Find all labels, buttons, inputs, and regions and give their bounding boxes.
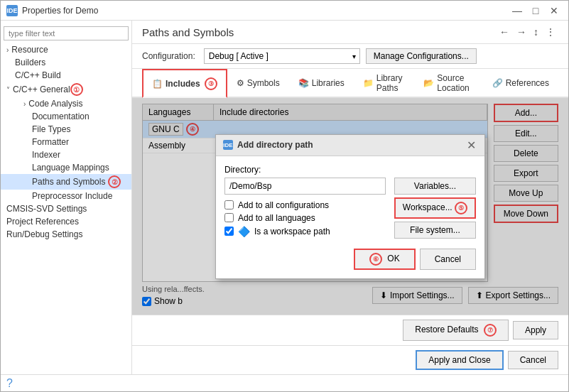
minimize-button[interactable]: — bbox=[509, 4, 526, 17]
workspace-btn-label: Workspace... bbox=[403, 202, 453, 212]
sidebar-item-label: CMSIS-SVD Settings bbox=[6, 204, 87, 214]
sidebar-item-language-mappings[interactable]: Language Mappings bbox=[1, 161, 131, 174]
tab-libraries[interactable]: 📚 Libraries bbox=[289, 69, 354, 97]
tab-symbols-icon: ⚙ bbox=[237, 78, 244, 88]
sidebar-item-label: Documentation bbox=[32, 111, 90, 121]
arrow-icon: › bbox=[6, 46, 9, 54]
sidebar-item-run-debug[interactable]: Run/Debug Settings bbox=[1, 228, 131, 241]
sidebar-item-label: Formatter bbox=[32, 137, 69, 147]
tab-references-icon: 🔗 bbox=[492, 78, 503, 88]
window-title: Properties for Demo bbox=[22, 6, 98, 16]
content-area: Languages Include directories GNU C ④ As… bbox=[132, 98, 568, 315]
sidebar-item-paths-and-symbols[interactable]: Paths and Symbols ② bbox=[1, 174, 131, 190]
filter-input[interactable] bbox=[4, 26, 129, 40]
sidebar-item-cpp-build[interactable]: C/C++ Build bbox=[1, 69, 131, 82]
bottom-cancel-button[interactable]: Cancel bbox=[508, 351, 558, 369]
cancel-button[interactable]: Cancel bbox=[420, 249, 476, 270]
dialog-app-icon: IDE bbox=[223, 140, 233, 150]
badge-paths-symbols: ② bbox=[108, 175, 121, 188]
is-workspace-label: Is a workspace path bbox=[254, 227, 330, 236]
sidebar-item-label: Paths and Symbols bbox=[32, 177, 105, 187]
sidebar-item-label: Project References bbox=[6, 217, 79, 227]
tab-includes[interactable]: 📋 Includes ③ bbox=[142, 69, 227, 98]
sidebar-item-preprocessor[interactable]: Preprocessor Include bbox=[1, 190, 131, 202]
config-row: Configuration: Debug [ Active ] Manage C… bbox=[132, 44, 568, 69]
status-bar: ? bbox=[1, 374, 568, 391]
title-bar: IDE Properties for Demo — □ ✕ bbox=[1, 1, 568, 21]
add-directory-dialog: IDE Add directory path ✕ Directory: bbox=[215, 134, 485, 279]
nav-menu-button[interactable]: ⋮ bbox=[543, 25, 558, 39]
sidebar-item-code-analysis[interactable]: › Code Analysis bbox=[1, 97, 131, 110]
dialog-middle: Add to all configurations Add to all lan… bbox=[224, 178, 476, 243]
maximize-button[interactable]: □ bbox=[527, 4, 544, 17]
badge-restore: ⑦ bbox=[484, 324, 497, 337]
add-all-configs-checkbox[interactable] bbox=[224, 200, 234, 209]
dialog-overlay: IDE Add directory path ✕ Directory: bbox=[132, 98, 568, 315]
sidebar-item-label: Resource bbox=[11, 45, 48, 55]
title-bar-left: IDE Properties for Demo bbox=[6, 5, 98, 16]
help-icon[interactable]: ? bbox=[6, 377, 13, 390]
tab-library-paths[interactable]: 📁 Library Paths bbox=[354, 69, 415, 97]
dialog-close-button[interactable]: ✕ bbox=[465, 138, 477, 152]
badge-workspace: ⑤ bbox=[455, 202, 467, 214]
footer-buttons: Restore Defaults ⑦ Apply bbox=[132, 315, 568, 345]
window-controls: — □ ✕ bbox=[509, 4, 563, 17]
sidebar-item-label: Language Mappings bbox=[32, 163, 109, 173]
tab-symbols-label: Symbols bbox=[247, 78, 280, 88]
nav-arrows: ← → ↕ ⋮ bbox=[497, 25, 558, 39]
file-system-button[interactable]: File system... bbox=[394, 222, 476, 239]
dialog-title-bar: IDE Add directory path ✕ bbox=[216, 135, 484, 156]
sidebar-item-cmsis[interactable]: CMSIS-SVD Settings bbox=[1, 202, 131, 215]
main-content: › Resource Builders C/C++ Build ˅ C/C++ … bbox=[1, 21, 568, 374]
add-all-langs-label: Add to all languages bbox=[238, 213, 315, 223]
checkbox-workspace-path: 🔷 Is a workspace path bbox=[224, 226, 386, 237]
sidebar-item-resource[interactable]: › Resource bbox=[1, 43, 131, 56]
badge-ok: ⑥ bbox=[369, 253, 382, 266]
nav-history-button[interactable]: ↕ bbox=[531, 25, 541, 39]
tab-source-location[interactable]: 📂 Source Location bbox=[414, 69, 482, 97]
sidebar-item-cpp-general[interactable]: ˅ C/C++ General ① bbox=[1, 82, 131, 97]
expand-arrow-icon: ˅ bbox=[6, 86, 10, 94]
sidebar-item-label: C/C++ Build bbox=[15, 70, 61, 80]
close-button[interactable]: ✕ bbox=[546, 4, 563, 17]
sidebar-item-project-refs[interactable]: Project References bbox=[1, 215, 131, 228]
is-workspace-path-checkbox[interactable] bbox=[224, 227, 234, 236]
right-panel: Paths and Symbols ← → ↕ ⋮ Configuration:… bbox=[132, 21, 568, 374]
sidebar-item-label: Code Analysis bbox=[28, 99, 82, 109]
tab-references-label: References bbox=[506, 78, 549, 88]
sidebar: › Resource Builders C/C++ Build ˅ C/C++ … bbox=[1, 21, 132, 374]
workspace-icon: 🔷 bbox=[238, 226, 250, 237]
sidebar-item-indexer[interactable]: Indexer bbox=[1, 148, 131, 161]
sidebar-item-label: Preprocessor Include bbox=[32, 191, 112, 201]
sidebar-item-documentation[interactable]: Documentation bbox=[1, 110, 131, 123]
nav-forward-button[interactable]: → bbox=[514, 25, 529, 39]
sidebar-item-file-types[interactable]: File Types bbox=[1, 123, 131, 136]
tab-library-paths-label: Library Paths bbox=[376, 73, 406, 93]
config-select[interactable]: Debug [ Active ] bbox=[204, 48, 360, 64]
ok-button[interactable]: ⑥ OK bbox=[354, 249, 416, 270]
dialog-body: Directory: Add to all configurations bbox=[216, 156, 484, 278]
nav-back-button[interactable]: ← bbox=[497, 25, 512, 39]
tab-source-location-label: Source Location bbox=[437, 73, 473, 93]
add-all-langs-checkbox[interactable] bbox=[224, 213, 234, 222]
main-window: IDE Properties for Demo — □ ✕ › Resource… bbox=[0, 0, 569, 392]
sidebar-item-formatter[interactable]: Formatter bbox=[1, 136, 131, 148]
restore-defaults-button[interactable]: Restore Defaults ⑦ bbox=[403, 320, 509, 341]
apply-and-close-button[interactable]: Apply and Close bbox=[416, 350, 503, 370]
tab-references[interactable]: 🔗 References bbox=[483, 69, 558, 97]
manage-configs-button[interactable]: Manage Configurations... bbox=[366, 48, 477, 64]
variables-button[interactable]: Variables... bbox=[394, 178, 476, 195]
checkbox-all-langs: Add to all languages bbox=[224, 213, 386, 223]
apply-button[interactable]: Apply bbox=[513, 321, 558, 339]
workspace-button[interactable]: Workspace... ⑤ bbox=[394, 197, 476, 219]
sidebar-item-builders[interactable]: Builders bbox=[1, 56, 131, 69]
arrow-icon: › bbox=[23, 100, 26, 108]
tabs-row: 📋 Includes ③ ⚙ Symbols 📚 Libraries 📁 Lib… bbox=[132, 69, 568, 98]
checkbox-all-configs: Add to all configurations bbox=[224, 200, 386, 210]
directory-input[interactable] bbox=[224, 178, 386, 195]
restore-label: Restore Defaults bbox=[415, 325, 478, 334]
sidebar-item-label: Indexer bbox=[32, 150, 60, 160]
tab-includes-label: Includes bbox=[166, 79, 200, 89]
add-all-configs-label: Add to all configurations bbox=[238, 200, 329, 210]
tab-symbols[interactable]: ⚙ Symbols bbox=[227, 69, 289, 97]
